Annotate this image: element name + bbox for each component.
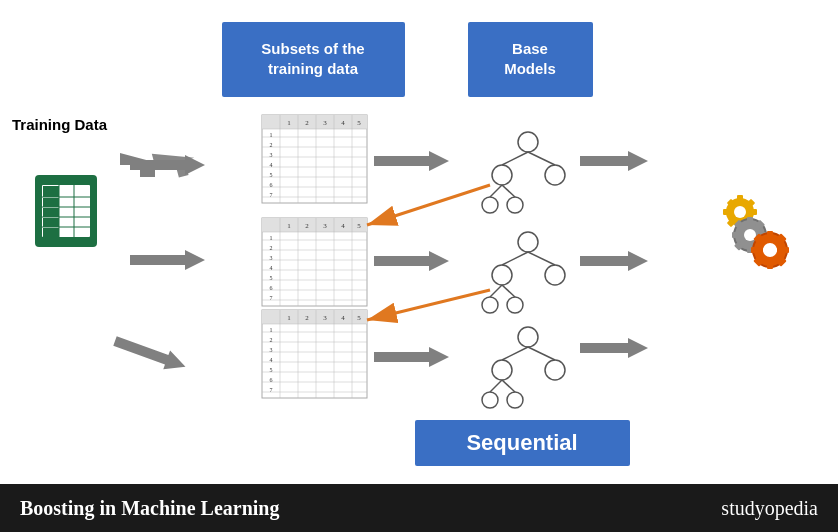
svg-text:4: 4 — [270, 162, 273, 168]
svg-marker-98 — [374, 251, 449, 271]
svg-text:1: 1 — [287, 314, 291, 322]
arrow-to-sheet2-group — [130, 250, 205, 270]
svg-rect-11 — [43, 228, 59, 237]
svg-text:3: 3 — [270, 255, 273, 261]
svg-text:7: 7 — [270, 192, 273, 198]
svg-line-117 — [502, 285, 515, 297]
svg-text:1: 1 — [287, 222, 291, 230]
svg-text:5: 5 — [270, 172, 273, 178]
svg-rect-9 — [43, 208, 59, 217]
svg-text:4: 4 — [341, 222, 345, 230]
svg-rect-158 — [781, 247, 789, 253]
svg-text:3: 3 — [323, 222, 327, 230]
svg-point-133 — [734, 206, 746, 218]
svg-line-115 — [528, 252, 555, 265]
svg-point-109 — [518, 232, 538, 252]
sequential-arrow-2-3 — [367, 290, 490, 320]
svg-text:3: 3 — [270, 152, 273, 158]
diagram-svg: Training Data Subsets of the training da… — [0, 0, 838, 484]
svg-text:5: 5 — [270, 367, 273, 373]
spreadsheet-1: 1 2 3 4 5 1 2 3 4 5 6 7 — [262, 115, 367, 203]
svg-point-121 — [482, 392, 498, 408]
svg-point-101 — [492, 165, 512, 185]
arrow-tree3-to-output — [580, 338, 648, 358]
svg-rect-144 — [747, 217, 753, 225]
svg-point-120 — [545, 360, 565, 380]
svg-point-113 — [507, 297, 523, 313]
svg-line-107 — [490, 185, 502, 197]
svg-point-122 — [507, 392, 523, 408]
svg-text:3: 3 — [323, 314, 327, 322]
svg-text:4: 4 — [270, 265, 273, 271]
svg-text:7: 7 — [270, 387, 273, 393]
svg-text:5: 5 — [357, 119, 361, 127]
svg-text:3: 3 — [270, 347, 273, 353]
svg-text:7: 7 — [270, 295, 273, 301]
svg-rect-156 — [767, 261, 773, 269]
subsets-label-line2: training data — [268, 60, 359, 77]
svg-text:5: 5 — [357, 222, 361, 230]
svg-line-108 — [502, 185, 515, 197]
svg-rect-157 — [751, 247, 759, 253]
footer-brand: studyopedia — [721, 497, 818, 520]
svg-rect-17 — [262, 115, 367, 129]
svg-text:5: 5 — [270, 275, 273, 281]
svg-text:2: 2 — [270, 337, 273, 343]
svg-rect-155 — [767, 231, 773, 239]
svg-point-118 — [518, 327, 538, 347]
svg-text:1: 1 — [270, 235, 273, 241]
svg-line-124 — [528, 347, 555, 360]
svg-text:3: 3 — [323, 119, 327, 127]
svg-point-112 — [482, 297, 498, 313]
svg-point-110 — [492, 265, 512, 285]
svg-text:2: 2 — [270, 245, 273, 251]
svg-rect-44 — [262, 218, 367, 232]
svg-text:2: 2 — [305, 222, 309, 230]
svg-rect-154 — [763, 248, 777, 252]
svg-rect-134 — [737, 195, 743, 202]
bottom-bar: Boosting in Machine Learning studyopedia — [0, 484, 838, 532]
svg-rect-71 — [262, 310, 367, 324]
svg-point-104 — [507, 197, 523, 213]
svg-marker-15 — [112, 332, 189, 376]
svg-rect-146 — [732, 232, 740, 238]
svg-marker-131 — [580, 338, 648, 358]
svg-point-102 — [545, 165, 565, 185]
svg-text:4: 4 — [270, 357, 273, 363]
spreadsheet-3: 1 2 3 4 5 1 2 3 4 5 6 7 — [262, 310, 367, 398]
svg-rect-10 — [43, 218, 59, 227]
base-models-label-line2: Models — [504, 60, 556, 77]
svg-point-103 — [482, 197, 498, 213]
arrow-tree1-to-output — [580, 151, 648, 171]
svg-line-123 — [502, 347, 528, 360]
svg-text:6: 6 — [270, 285, 273, 291]
svg-line-116 — [490, 285, 502, 297]
svg-rect-136 — [723, 209, 730, 215]
subsets-label-line1: Subsets of the — [261, 40, 364, 57]
tree-model-3 — [482, 327, 565, 408]
svg-text:2: 2 — [305, 314, 309, 322]
svg-line-105 — [502, 152, 528, 165]
training-data-label: Training Data — [12, 116, 108, 133]
svg-point-119 — [492, 360, 512, 380]
svg-line-106 — [528, 152, 555, 165]
footer-title: Boosting in Machine Learning — [20, 497, 279, 520]
svg-text:1: 1 — [287, 119, 291, 127]
svg-line-114 — [502, 252, 528, 265]
arrow-tree2-to-output — [580, 251, 648, 271]
svg-marker-129 — [580, 151, 648, 171]
svg-text:6: 6 — [270, 182, 273, 188]
svg-marker-97 — [374, 151, 449, 171]
arrow-to-sheet3-group — [112, 332, 189, 376]
svg-marker-99 — [374, 347, 449, 367]
svg-text:2: 2 — [305, 119, 309, 127]
sequential-label: Sequential — [466, 430, 577, 455]
gear-orange — [751, 231, 789, 269]
svg-text:1: 1 — [270, 132, 273, 138]
tree-model-1 — [482, 132, 565, 213]
svg-line-126 — [502, 380, 515, 392]
arrow-sheet1-to-tree1 — [374, 151, 449, 171]
svg-text:6: 6 — [270, 377, 273, 383]
tree-model-2 — [482, 232, 565, 313]
base-models-label-line1: Base — [512, 40, 548, 57]
